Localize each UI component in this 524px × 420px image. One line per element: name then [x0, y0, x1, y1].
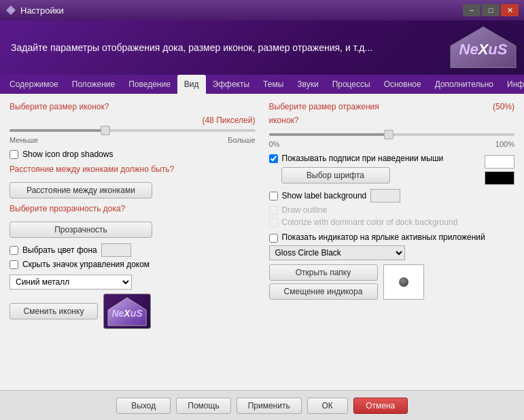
reflection-label2: иконок? [269, 116, 379, 125]
reflection-slider-track [269, 133, 515, 136]
nav-item-sounds[interactable]: Звуки [290, 75, 325, 94]
icon-size-value: (48 Пикселей) [10, 116, 256, 125]
bg-color-row[interactable]: Выбрать цвет фона [10, 243, 256, 257]
show-label-bg-row[interactable]: Show label background [269, 189, 515, 203]
nav-item-themes[interactable]: Темы [256, 75, 290, 94]
main-content: Выберите размер иконок? (48 Пикселей) Ме… [0, 94, 524, 390]
bg-color-checkbox[interactable] [10, 246, 18, 255]
nav-item-content[interactable]: Содержимое [3, 75, 65, 94]
colorize-row: Colorize with dominant color of dock bac… [269, 217, 515, 227]
nav-item-info[interactable]: Информация [500, 75, 524, 94]
show-labels-row: Показывать подписи при наведении мыши Вы… [269, 154, 515, 185]
reflection-slider-container[interactable] [269, 133, 515, 136]
offset-button[interactable]: Смещение индикора [269, 283, 378, 300]
icon-size-slider-container[interactable] [10, 129, 256, 132]
show-label-bg-label: Show label background [282, 191, 367, 200]
help-button[interactable]: Помощь [176, 398, 230, 414]
gloss-row: Gloss Circle Black [269, 245, 515, 260]
reflection-slider-labels: 0% 100% [269, 140, 515, 148]
gloss-dropdown[interactable]: Gloss Circle Black [269, 245, 405, 260]
nav-item-processes[interactable]: Процессы [326, 75, 377, 94]
nav-item-view[interactable]: Вид [177, 75, 206, 94]
text-color-swatch[interactable] [485, 155, 514, 169]
icon-size-slider-track [10, 129, 256, 132]
bg-color-swatch-right[interactable] [485, 171, 514, 185]
shadow-checkbox-row[interactable]: Show icon drop shadows [10, 150, 256, 159]
reflection-slider-fill [269, 133, 392, 136]
reflection-slider-100: 100% [495, 140, 514, 148]
shadow-checkbox[interactable] [10, 150, 18, 159]
nexus-badge-icon: NeXuS [107, 296, 147, 327]
maximize-button[interactable]: □ [482, 4, 500, 16]
draw-outline-row: Draw outline [269, 205, 515, 215]
content-grid: Выберите размер иконок? (48 Пикселей) Ме… [10, 102, 514, 329]
header-text: Задайте параметры отображения дока, разм… [11, 42, 513, 53]
transparency-button[interactable]: Прозрачность [10, 222, 152, 238]
nav-item-behavior[interactable]: Поведение [122, 75, 177, 94]
svg-text:NeXuS: NeXuS [459, 41, 508, 58]
icon-size-slider-labels: Меньше Больше [10, 136, 256, 144]
spacing-button[interactable]: Расстояние между иконками [10, 182, 152, 198]
indicator-label: Показать индикатор на ярлыке активных пр… [282, 232, 515, 242]
draw-outline-checkbox [269, 206, 278, 215]
reflection-slider-thumb[interactable] [384, 130, 394, 139]
hide-icon-row[interactable]: Скрыть значок управления доком [10, 260, 256, 269]
icon-size-label: Выберите размер иконок? [10, 102, 256, 111]
reflection-header: Выберите размер отражения иконок? (50%) [269, 102, 515, 129]
open-folder-button[interactable]: Открыть папку [269, 264, 378, 281]
indicator-actions-row: Открыть папку Смещение индикора [269, 264, 515, 300]
indicator-preview [383, 264, 424, 300]
indicator-checkbox[interactable] [269, 234, 278, 243]
nexus-logo: NeXuS [449, 26, 517, 70]
show-labels-checkbox-row[interactable]: Показывать подписи при наведении мыши [269, 154, 480, 163]
colorize-label: Colorize with dominant color of dock bac… [282, 217, 458, 227]
bg-color-label: Выбрать цвет фона [22, 245, 97, 255]
titlebar-buttons: − □ ✕ [463, 4, 519, 16]
svg-marker-0 [6, 5, 16, 15]
label-bg-color[interactable] [370, 189, 400, 203]
minimize-button[interactable]: − [463, 4, 481, 16]
bg-color-swatch[interactable] [101, 243, 131, 257]
titlebar-left: Настройки [5, 5, 64, 16]
font-button[interactable]: Выбор шрифта [281, 167, 390, 183]
colorize-checkbox [269, 218, 278, 227]
slider-label-less: Меньше [10, 136, 38, 144]
theme-dropdown[interactable]: Синий металл [10, 275, 132, 290]
change-icon-button[interactable]: Сменить иконку [10, 303, 98, 319]
titlebar: Настройки − □ ✕ [0, 0, 524, 20]
indicator-checkbox-row[interactable]: Показать индикатор на ярлыке активных пр… [269, 232, 515, 243]
cancel-button[interactable]: Отмена [353, 398, 408, 414]
reflection-label-block: Выберите размер отражения иконок? [269, 102, 379, 129]
navbar: Содержимое Положение Поведение Вид Эффек… [0, 75, 524, 94]
right-column: Выберите размер отражения иконок? (50%) … [269, 102, 515, 329]
nav-item-basic[interactable]: Основное [377, 75, 428, 94]
hide-icon-checkbox[interactable] [10, 260, 18, 269]
icon-size-slider-thumb[interactable] [101, 126, 110, 135]
header-banner: Задайте параметры отображения дока, разм… [0, 20, 524, 75]
show-label-bg-checkbox[interactable] [269, 192, 278, 200]
show-labels-checkbox[interactable] [269, 154, 278, 163]
ok-button[interactable]: ОК [307, 398, 348, 414]
apply-button[interactable]: Применить [237, 398, 302, 414]
font-btn-row: Выбор шрифта [281, 167, 480, 183]
footer: Выход Помощь Применить ОК Отмена [0, 390, 524, 420]
transparency-section: Выберите прозрачность дока? Прозрачность [10, 204, 256, 238]
indicator-dot [399, 277, 408, 287]
shadow-label: Show icon drop shadows [22, 150, 113, 159]
nav-item-effects[interactable]: Эффекты [206, 75, 257, 94]
indicator-buttons: Открыть папку Смещение индикора [269, 264, 378, 300]
color-swatches [485, 155, 514, 185]
close-button[interactable]: ✕ [501, 4, 519, 16]
exit-button[interactable]: Выход [116, 398, 171, 414]
reflection-slider-0: 0% [269, 140, 280, 148]
draw-outline-label: Draw outline [282, 205, 328, 215]
reflection-value: (50%) [493, 102, 514, 111]
icon-area: Сменить иконку NeXuS [10, 294, 256, 329]
slider-label-more: Больше [228, 136, 255, 144]
nav-item-advanced[interactable]: Дополнительно [428, 75, 500, 94]
nav-item-position[interactable]: Положение [65, 75, 122, 94]
spacing-section: Расстояние между иконками должно быть? Р… [10, 164, 256, 198]
theme-dropdown-row[interactable]: Синий металл [10, 275, 256, 290]
reflection-label: Выберите размер отражения [269, 102, 379, 111]
titlebar-title: Настройки [20, 5, 64, 16]
